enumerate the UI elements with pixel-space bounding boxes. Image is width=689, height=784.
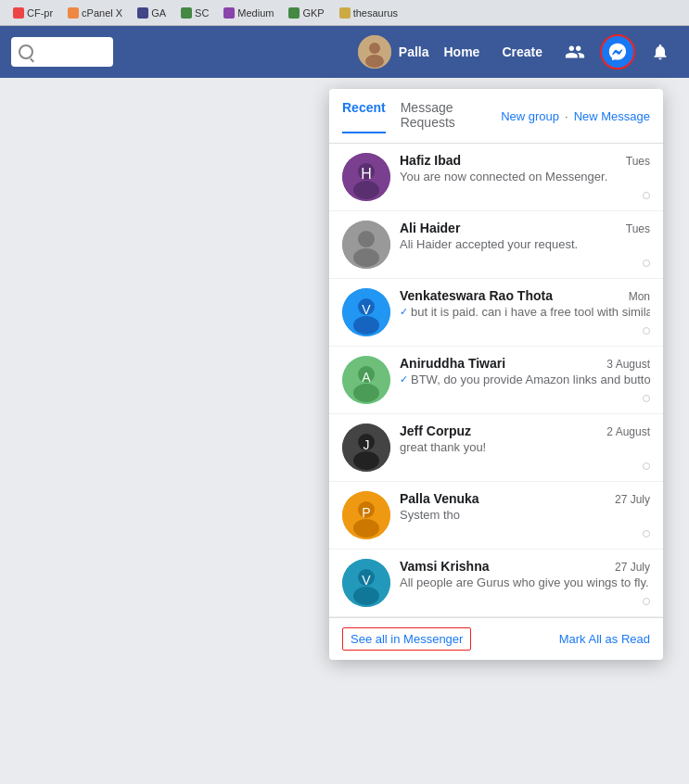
message-item[interactable]: A Aniruddha Tiwari 3 August ✓ BTW, do yo… [329, 347, 663, 414]
message-item[interactable]: J Jeff Corpuz 2 August great thank you! [329, 414, 663, 482]
message-sender-name: Palla Venuka [400, 491, 479, 506]
svg-point-2 [365, 55, 384, 68]
tab-dot-cfpr [13, 7, 24, 19]
message-body: Venkateswara Rao Thota Mon ✓ but it is p… [400, 288, 650, 319]
tab-cpanel[interactable]: cPanel X [62, 6, 128, 20]
message-time: Tues [626, 222, 650, 235]
avatar: H [342, 153, 390, 201]
browser-tabs: CF-pr cPanel X GA SC Medium GKP thesauru… [0, 0, 689, 26]
message-preview: All people are Gurus who give you wings … [400, 575, 650, 589]
nav-home[interactable]: Home [437, 41, 488, 63]
action-separator: · [565, 109, 568, 123]
tab-message-requests[interactable]: Message Requests [401, 98, 501, 133]
tab-dot-sc [181, 7, 192, 19]
svg-text:H: H [361, 166, 372, 182]
panel-footer: See all in Messenger Mark All as Read [329, 617, 663, 660]
svg-point-8 [358, 231, 375, 247]
message-preview: great thank you! [400, 440, 650, 454]
mark-all-as-read-link[interactable]: Mark All as Read [559, 632, 650, 646]
avatar: A [342, 356, 390, 404]
search-box[interactable] [11, 37, 113, 67]
message-item[interactable]: V Vamsi Krishna 27 July All people are G… [329, 550, 663, 617]
message-list: H Hafiz Ibad Tues You are now connected … [329, 144, 663, 617]
message-name-row: Palla Venuka 27 July [400, 491, 650, 506]
svg-point-9 [353, 248, 379, 267]
svg-point-20 [353, 451, 379, 470]
people-icon [565, 42, 585, 62]
tab-thesaurus[interactable]: thesaurus [334, 6, 403, 20]
panel-header: Recent Message Requests New group · New … [329, 89, 663, 144]
message-item[interactable]: V Venkateswara Rao Thota Mon ✓ but it is… [329, 279, 663, 347]
tab-ga[interactable]: GA [132, 6, 172, 20]
checkmark-icon: ✓ [400, 373, 408, 386]
tab-recent[interactable]: Recent [342, 98, 386, 133]
message-status-dot [643, 530, 650, 537]
tab-cfpr[interactable]: CF-pr [7, 6, 58, 20]
message-sender-name: Ali Haider [400, 221, 460, 235]
new-group-link[interactable]: New group [501, 109, 559, 123]
people-icon-button[interactable] [557, 34, 593, 70]
svg-text:V: V [362, 302, 371, 317]
tab-dot-cpanel [68, 7, 79, 19]
facebook-navbar: Palla Home Create [0, 26, 689, 78]
new-message-link[interactable]: New Message [574, 109, 650, 123]
message-name-row: Ali Haider Tues [400, 221, 650, 235]
svg-text:A: A [362, 370, 371, 385]
panel-actions: New group · New Message [501, 109, 650, 123]
message-name-row: Vamsi Krishna 27 July [400, 559, 650, 574]
svg-point-1 [369, 43, 380, 54]
message-time: 27 July [615, 493, 650, 506]
message-preview: Ali Haider accepted your request. [400, 237, 650, 251]
message-sender-name: Venkateswara Rao Thota [400, 288, 553, 303]
see-all-in-messenger-link[interactable]: See all in Messenger [342, 627, 471, 651]
tab-label-ga: GA [151, 7, 166, 19]
message-time: Mon [629, 290, 650, 303]
message-status-dot [643, 327, 650, 335]
tab-medium[interactable]: Medium [218, 6, 279, 20]
nav-username: Palla [399, 44, 429, 59]
message-status-dot [643, 598, 650, 605]
message-status-dot [643, 395, 650, 402]
message-preview: ✓ BTW, do you provide Amazon links and b… [400, 373, 650, 386]
messenger-icon [607, 42, 628, 62]
notifications-icon-button[interactable] [643, 34, 678, 70]
message-time: 27 July [615, 561, 650, 574]
bell-icon [651, 43, 670, 61]
message-time: 2 August [606, 425, 650, 438]
message-status-dot [643, 259, 650, 267]
message-item[interactable]: H Hafiz Ibad Tues You are now connected … [329, 144, 663, 211]
message-item[interactable]: Ali Haider Tues Ali Haider accepted your… [329, 211, 663, 279]
message-status-dot [643, 462, 650, 470]
tab-sc[interactable]: SC [175, 6, 214, 20]
tab-label-gkp: GKP [302, 7, 324, 19]
message-item[interactable]: P Palla Venuka 27 July System tho [329, 482, 663, 550]
message-sender-name: Jeff Corpuz [400, 424, 471, 438]
avatar: J [342, 424, 390, 472]
nav-user[interactable]: Palla [358, 35, 429, 69]
svg-point-12 [353, 316, 379, 335]
tab-label-cpanel: cPanel X [82, 7, 122, 19]
search-icon [19, 44, 33, 59]
svg-text:P: P [362, 505, 370, 520]
message-preview: You are now connected on Messenger. [400, 170, 650, 183]
avatar: V [342, 559, 390, 607]
message-name-row: Hafiz Ibad Tues [400, 153, 650, 168]
svg-point-16 [353, 384, 379, 402]
nav-create[interactable]: Create [494, 41, 550, 63]
message-name-row: Venkateswara Rao Thota Mon [400, 288, 650, 303]
message-time: 3 August [606, 358, 650, 371]
message-sender-name: Aniruddha Tiwari [400, 356, 505, 371]
message-body: Aniruddha Tiwari 3 August ✓ BTW, do you … [400, 356, 650, 386]
svg-point-24 [353, 519, 379, 537]
message-body: Palla Venuka 27 July System tho [400, 491, 650, 522]
svg-text:J: J [364, 437, 370, 452]
checkmark-icon: ✓ [400, 306, 408, 318]
message-time: Tues [626, 155, 650, 168]
tab-gkp[interactable]: GKP [283, 6, 329, 20]
message-name-row: Aniruddha Tiwari 3 August [400, 356, 650, 371]
avatar [342, 221, 390, 269]
messenger-icon-button[interactable] [600, 34, 635, 70]
panel-tabs: Recent Message Requests [342, 98, 501, 133]
tab-label-sc: SC [195, 7, 209, 19]
message-name-row: Jeff Corpuz 2 August [400, 424, 650, 438]
